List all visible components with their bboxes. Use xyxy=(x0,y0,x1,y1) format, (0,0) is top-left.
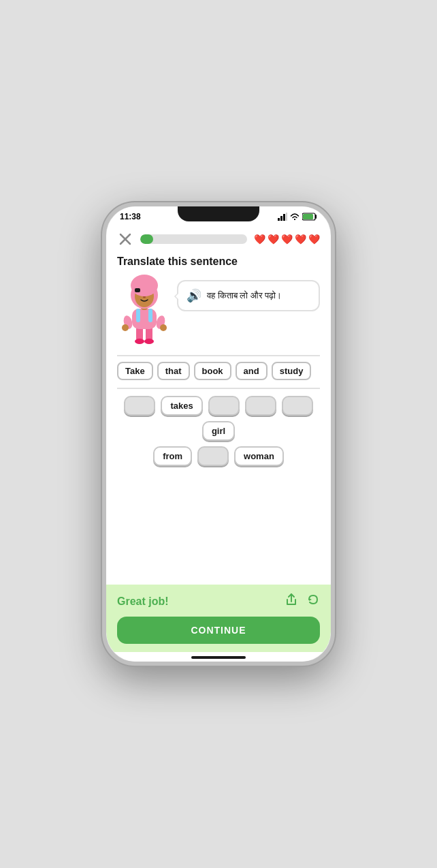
character-speech-area: 🔊 वह किताब लो और पढ़ो। xyxy=(106,273,331,348)
great-job-row: Great job! xyxy=(117,593,320,610)
answer-word-take[interactable]: Take xyxy=(117,362,153,380)
answer-word-book[interactable]: book xyxy=(194,362,231,380)
svg-rect-15 xyxy=(148,309,152,322)
speaker-icon[interactable]: 🔊 xyxy=(187,288,201,303)
answer-word-and[interactable]: and xyxy=(236,362,268,380)
top-bar: ❤️ ❤️ ❤️ ❤️ ❤️ xyxy=(106,227,331,251)
heart-1: ❤️ xyxy=(254,234,265,245)
notch xyxy=(178,206,259,221)
word-chip-takes[interactable]: takes xyxy=(161,396,202,416)
heart-4: ❤️ xyxy=(295,234,306,245)
svg-point-19 xyxy=(160,324,167,331)
continue-button[interactable]: CONTINUE xyxy=(117,617,320,644)
share-icon[interactable] xyxy=(285,593,298,610)
progress-fill xyxy=(140,234,153,244)
svg-point-18 xyxy=(122,324,129,331)
phone-screen: 11:38 xyxy=(106,206,331,662)
answer-area: Take that book and study xyxy=(117,355,320,389)
replay-icon[interactable] xyxy=(306,593,320,610)
answer-word-that[interactable]: that xyxy=(157,362,190,380)
speech-bubble[interactable]: 🔊 वह किताब लो और पढ़ो। xyxy=(177,280,320,311)
instruction-text: Translate this sentence xyxy=(117,255,238,267)
word-chip-empty5[interactable] xyxy=(197,446,229,466)
heart-3: ❤️ xyxy=(281,234,293,245)
svg-point-11 xyxy=(135,339,144,344)
word-chip-empty4[interactable] xyxy=(282,396,313,416)
home-indicator xyxy=(106,652,331,662)
word-row-2: from woman xyxy=(117,446,320,466)
heart-5: ❤️ xyxy=(308,234,320,245)
word-bank: takes girl from woman xyxy=(106,389,331,473)
great-job-text: Great job! xyxy=(117,595,169,608)
svg-point-12 xyxy=(144,339,154,344)
progress-bar xyxy=(140,234,247,244)
word-chip-empty2[interactable] xyxy=(208,396,240,416)
hearts-row: ❤️ ❤️ ❤️ ❤️ ❤️ xyxy=(254,234,320,245)
close-button[interactable] xyxy=(117,231,133,247)
instruction-area: Translate this sentence xyxy=(106,251,331,273)
word-chip-woman[interactable]: woman xyxy=(234,446,284,466)
wifi-icon xyxy=(290,213,300,221)
heart-2: ❤️ xyxy=(268,234,279,245)
hindi-sentence: वह किताब लो और पढ़ो। xyxy=(207,290,282,302)
svg-rect-1 xyxy=(280,216,282,221)
svg-point-4 xyxy=(294,219,295,220)
app-content: ❤️ ❤️ ❤️ ❤️ ❤️ Translate this sentence xyxy=(106,224,331,662)
svg-rect-13 xyxy=(132,309,157,329)
signal-icon xyxy=(278,213,287,221)
word-chip-from[interactable]: from xyxy=(153,446,192,466)
word-chip-empty3[interactable] xyxy=(245,396,276,416)
home-bar xyxy=(191,656,246,659)
svg-rect-0 xyxy=(278,218,280,221)
status-icons xyxy=(278,213,317,221)
close-icon xyxy=(119,233,131,245)
svg-rect-30 xyxy=(135,288,140,292)
banner-icons xyxy=(285,593,320,610)
svg-rect-3 xyxy=(286,213,287,221)
svg-rect-14 xyxy=(136,309,140,322)
word-chip-empty1[interactable] xyxy=(124,396,155,416)
battery-icon xyxy=(302,213,317,221)
svg-rect-2 xyxy=(283,214,285,221)
word-row-1: takes girl xyxy=(117,396,320,441)
bottom-banner: Great job! xyxy=(106,585,331,652)
word-chip-girl[interactable]: girl xyxy=(202,421,235,441)
status-time: 11:38 xyxy=(120,212,141,221)
svg-point-29 xyxy=(133,279,155,295)
svg-rect-6 xyxy=(303,214,313,219)
character xyxy=(117,273,172,348)
answer-word-study[interactable]: study xyxy=(272,362,312,380)
phone-frame: 11:38 xyxy=(102,202,335,666)
